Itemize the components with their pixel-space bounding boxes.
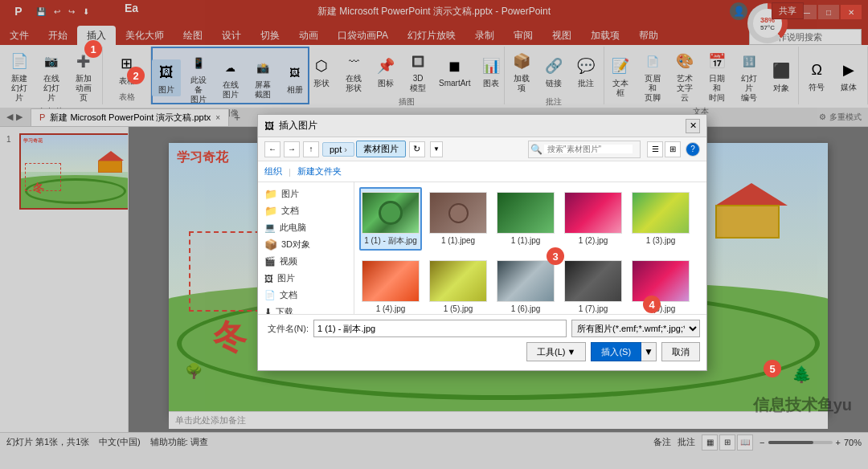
file-item[interactable]: 1 (4).jpg [359, 255, 422, 314]
dialog-body: 📁 图片 📁 文档 💻 此电脑 📦 3D对象 [258, 182, 706, 314]
insert-button[interactable]: 插入(S) [591, 342, 641, 361]
file-item[interactable]: 1 (1).jpg [494, 187, 557, 251]
docs-icon: 📄 [264, 290, 276, 300]
annotation-5: 5 [764, 360, 781, 377]
file-thumbnail [497, 192, 555, 234]
cancel-button[interactable]: 取消 [661, 342, 700, 361]
file-thumbnail [429, 192, 487, 234]
download-icon: ⬇ [264, 307, 272, 314]
file-name: 1 (1).jpeg [441, 236, 475, 246]
nav-search-box[interactable]: 🔍 [528, 141, 641, 158]
file-name: 1 (5).jpg [444, 304, 473, 314]
insert-picture-dialog: 🖼 插入图片 ✕ ← → ↑ ppt › 素材图片 [257, 114, 707, 371]
nav-up-button[interactable]: ↑ [303, 141, 319, 157]
file-item[interactable]: 1 (5).jpg [427, 255, 489, 314]
file-thumbnail [429, 260, 487, 302]
dialog-title-text: 插入图片 [279, 119, 317, 133]
file-item[interactable]: 1 (1).jpeg [427, 187, 489, 251]
insert-dropdown-button[interactable]: ▼ [641, 342, 657, 361]
dialog-title-icon: 🖼 [264, 120, 274, 132]
file-name: 1 (7).jpg [579, 304, 608, 314]
dialog-nav: ← → ↑ ppt › 素材图片 ↻ ▼ 🔍 [258, 137, 706, 161]
sidebar-documents[interactable]: 📁 文档 [258, 202, 354, 219]
video-icon: 🎬 [264, 256, 276, 267]
tools-button[interactable]: 工具(L) ▼ [526, 342, 586, 361]
sidebar-docs-2-label: 文档 [280, 289, 297, 301]
dialog-close-button[interactable]: ✕ [686, 119, 700, 133]
file-item[interactable]: 1 (6).jpg [494, 255, 557, 314]
new-folder-button[interactable]: 新建文件夹 [297, 165, 342, 177]
file-thumbnail [362, 192, 420, 234]
file-item[interactable]: 1 (7).jpg [562, 255, 624, 314]
insert-group: 插入(S) ▼ [591, 342, 657, 361]
file-name: 1 (1) - 副本.jpg [364, 236, 417, 246]
file-item[interactable]: 1 (1) - 副本.jpg [359, 187, 422, 251]
sidebar-this-pc-label: 此电脑 [280, 222, 306, 234]
pictures-icon: 🖼 [264, 274, 273, 283]
file-thumbnail [564, 260, 622, 302]
file-name: 1 (3).jpg [646, 236, 676, 246]
sidebar-pictures-label: 图片 [281, 188, 299, 200]
sidebar-pictures-2[interactable]: 🖼 图片 [258, 270, 354, 287]
file-thumbnail [632, 192, 690, 234]
file-name: 1 (6).jpg [511, 304, 541, 314]
file-thumbnail [564, 192, 622, 234]
annotation-2: 2 [127, 67, 145, 84]
file-item[interactable]: 1 (3).jpg [629, 187, 692, 251]
tools-label: 工具(L) [537, 346, 565, 358]
annotation-3: 3 [547, 247, 564, 265]
insert-label: 插入(S) [601, 346, 631, 358]
path-ppt[interactable]: ppt › [322, 142, 354, 157]
nav-forward-button[interactable]: → [284, 141, 300, 157]
footer-buttons: 工具(L) ▼ 插入(S) ▼ 取消 [264, 342, 700, 361]
path-arrow-icon: › [344, 145, 347, 154]
path-materials-label: 素材图片 [363, 143, 399, 155]
sidebar-pictures-2-label: 图片 [277, 272, 295, 284]
sidebar-video-label: 视频 [280, 255, 297, 267]
sidebar-downloads-label: 下载 [276, 306, 293, 314]
filename-input[interactable] [313, 320, 567, 337]
dialog-title: 🖼 插入图片 [264, 119, 317, 133]
path-materials[interactable]: 素材图片 [356, 141, 406, 157]
sidebar-3d[interactable]: 📦 3D对象 [258, 236, 354, 253]
path-dropdown-button[interactable]: ▼ [430, 141, 443, 157]
nav-back-button[interactable]: ← [264, 141, 280, 157]
dialog-titlebar: 🖼 插入图片 ✕ [258, 115, 706, 137]
nav-search-icon: 🔍 [529, 142, 544, 157]
tools-dropdown-icon: ▼ [567, 347, 576, 357]
nav-path: ppt › 素材图片 [322, 141, 406, 157]
sidebar-video[interactable]: 🎬 视频 [258, 253, 354, 270]
nav-search-input[interactable] [544, 145, 633, 153]
dialog-footer: 文件名(N): 所有图片(*.emf;*.wmf;*.jpg;* 工具(L) ▼… [258, 314, 706, 372]
folder-3d-icon: 📦 [264, 239, 277, 251]
dialog-view-list[interactable]: ☰ [647, 141, 663, 157]
sidebar-downloads[interactable]: ⬇ 下载 [258, 304, 354, 314]
file-thumbnail [362, 260, 420, 302]
organize-button[interactable]: 组织 [264, 165, 282, 177]
file-item[interactable]: 1 (8).jpg [629, 255, 692, 314]
sidebar-this-pc[interactable]: 💻 此电脑 [258, 219, 354, 236]
dialog-toolbar: 组织 | 新建文件夹 [258, 161, 706, 182]
file-item[interactable]: 1 (2).jpg [562, 187, 624, 251]
dialog-view-grid[interactable]: ⊞ [665, 141, 681, 157]
sidebar-3d-label: 3D对象 [281, 239, 310, 251]
sidebar-docs-2[interactable]: 📄 文档 [258, 287, 354, 304]
file-name: 1 (1).jpg [511, 236, 541, 246]
folder-icon: 📁 [264, 188, 277, 200]
filename-label: 文件名(N): [264, 323, 309, 335]
nav-refresh-button[interactable]: ↻ [409, 141, 425, 157]
file-thumbnail [497, 260, 555, 302]
file-name: 1 (2).jpg [579, 236, 608, 246]
file-thumbnail [632, 260, 690, 302]
sidebar-pictures[interactable]: 📁 图片 [258, 186, 354, 202]
path-ppt-label: ppt [330, 145, 342, 154]
dialog-help-button[interactable]: ? [686, 142, 700, 157]
annotation-1: 1 [84, 40, 102, 58]
annotation-4: 4 [643, 296, 661, 313]
pc-icon: 💻 [264, 222, 276, 233]
file-name: 1 (4).jpg [376, 304, 406, 314]
folder-icon-2: 📁 [264, 205, 277, 217]
cancel-label: 取消 [672, 346, 690, 358]
sidebar-documents-label: 文档 [281, 205, 299, 217]
filetype-select[interactable]: 所有图片(*.emf;*.wmf;*.jpg;* [571, 320, 700, 337]
